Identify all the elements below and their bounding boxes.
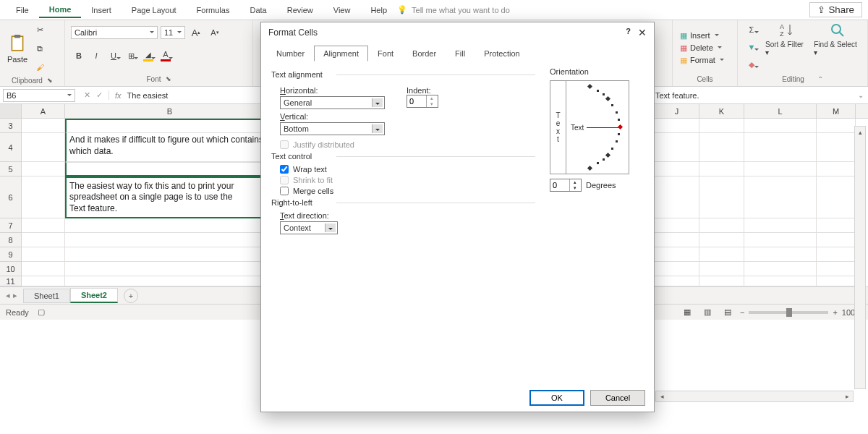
- cell[interactable]: [655, 276, 699, 286]
- tab-review[interactable]: Review: [277, 3, 323, 17]
- paste-button[interactable]: Paste: [6, 30, 29, 67]
- cell[interactable]: [699, 133, 744, 162]
- tab-page-layout[interactable]: Page Layout: [122, 3, 187, 17]
- col-header-m[interactable]: M: [817, 104, 856, 118]
- cell[interactable]: [655, 218, 699, 233]
- font-color-button[interactable]: A: [158, 48, 174, 64]
- cell[interactable]: [65, 119, 275, 133]
- zoom-out-button[interactable]: −: [740, 308, 744, 317]
- underline-button[interactable]: U: [106, 48, 122, 64]
- cell[interactable]: [22, 218, 65, 233]
- vertical-select[interactable]: Bottom: [280, 122, 385, 135]
- col-header-b[interactable]: B: [65, 104, 275, 118]
- tab-help[interactable]: Help: [360, 3, 397, 17]
- cell[interactable]: [22, 162, 65, 176]
- cell[interactable]: [655, 162, 699, 176]
- row-header[interactable]: 6: [0, 176, 22, 218]
- cell[interactable]: [744, 262, 817, 276]
- cut-button[interactable]: ✂: [32, 22, 48, 38]
- sheet-nav-prev[interactable]: ◂: [6, 291, 10, 300]
- increase-font-button[interactable]: A▴: [188, 25, 204, 41]
- cell[interactable]: [699, 162, 744, 176]
- row-header[interactable]: 9: [0, 247, 22, 262]
- col-header-j[interactable]: J: [655, 104, 699, 118]
- cell[interactable]: [817, 119, 856, 133]
- add-sheet-button[interactable]: +: [124, 289, 138, 303]
- horizontal-select[interactable]: General: [280, 96, 385, 109]
- italic-button[interactable]: I: [88, 48, 104, 64]
- tab-file[interactable]: File: [6, 3, 39, 17]
- cell[interactable]: [655, 119, 699, 133]
- find-select-button[interactable]: Find & Select ▾: [814, 22, 861, 56]
- autosum-button[interactable]: Σ: [744, 22, 760, 38]
- cell[interactable]: [22, 262, 65, 276]
- cell[interactable]: [699, 176, 744, 218]
- ribbon-collapse[interactable]: ⌃: [809, 75, 823, 83]
- indent-spinner[interactable]: ▴▾: [407, 95, 438, 108]
- cell[interactable]: [817, 276, 856, 286]
- borders-button[interactable]: ⊞: [123, 48, 139, 64]
- cell[interactable]: [744, 119, 817, 133]
- cell[interactable]: [744, 233, 817, 247]
- cell[interactable]: [744, 247, 817, 262]
- cell[interactable]: [655, 133, 699, 162]
- tab-view[interactable]: View: [323, 3, 361, 17]
- cell[interactable]: [22, 119, 65, 133]
- sort-filter-button[interactable]: AZ Sort & Filter ▾: [765, 22, 808, 56]
- cell[interactable]: [655, 262, 699, 276]
- cell[interactable]: [655, 233, 699, 247]
- cell[interactable]: [817, 262, 856, 276]
- ok-button[interactable]: OK: [529, 390, 584, 406]
- zoom-in-button[interactable]: +: [833, 308, 837, 317]
- formula-expand[interactable]: ⌄: [854, 91, 868, 99]
- close-icon[interactable]: ✕: [638, 27, 647, 38]
- cell[interactable]: [65, 276, 275, 286]
- tab-data[interactable]: Data: [239, 3, 276, 17]
- row-header[interactable]: 7: [0, 218, 22, 233]
- cell[interactable]: [744, 276, 817, 286]
- cell[interactable]: [817, 133, 856, 162]
- cell-b4[interactable]: And it makes if difficult to figure out …: [65, 133, 275, 162]
- clear-button[interactable]: ◆: [744, 56, 760, 72]
- cell[interactable]: [699, 247, 744, 262]
- insert-cells-button[interactable]: ▦Insert: [678, 30, 726, 41]
- cell-b6-selected[interactable]: The easiest way to fix this and to print…: [65, 176, 275, 218]
- dialog-tab-alignment[interactable]: Alignment: [314, 46, 368, 61]
- tab-formulas[interactable]: Formulas: [187, 3, 240, 17]
- delete-cells-button[interactable]: ▦Delete: [678, 43, 726, 54]
- select-all-corner[interactable]: [0, 104, 22, 118]
- clipboard-dialog-launcher[interactable]: ⬊: [47, 77, 53, 85]
- merge-checkbox[interactable]: [280, 187, 289, 195]
- dialog-tab-fill[interactable]: Fill: [446, 46, 475, 61]
- cell[interactable]: [817, 176, 856, 218]
- format-painter-button[interactable]: 🖌: [32, 59, 48, 75]
- col-header-l[interactable]: L: [744, 104, 817, 118]
- cell[interactable]: [817, 218, 856, 233]
- dialog-tab-font[interactable]: Font: [368, 46, 403, 61]
- font-size-select[interactable]: 11: [161, 26, 185, 39]
- cell[interactable]: [22, 176, 65, 218]
- cell[interactable]: [699, 262, 744, 276]
- row-header[interactable]: 4: [0, 133, 22, 162]
- cell[interactable]: [65, 247, 275, 262]
- decrease-font-button[interactable]: A▾: [207, 25, 223, 41]
- cell[interactable]: [699, 233, 744, 247]
- copy-button[interactable]: ⧉: [32, 41, 48, 56]
- tab-home[interactable]: Home: [39, 2, 82, 18]
- horizontal-scrollbar[interactable]: ◂▸: [655, 391, 854, 402]
- cell[interactable]: [817, 247, 856, 262]
- view-normal-icon[interactable]: ▦: [679, 305, 695, 320]
- zoom-slider[interactable]: [749, 311, 828, 314]
- col-header-a[interactable]: A: [22, 104, 65, 118]
- cell[interactable]: [655, 176, 699, 218]
- dialog-tab-border[interactable]: Border: [403, 46, 446, 61]
- sheet-nav-next[interactable]: ▸: [13, 291, 17, 300]
- cell[interactable]: [744, 162, 817, 176]
- name-box[interactable]: B6: [3, 89, 75, 102]
- help-icon[interactable]: ?: [626, 27, 631, 38]
- row-header[interactable]: 5: [0, 162, 22, 176]
- cell[interactable]: [65, 262, 275, 276]
- row-header[interactable]: 11: [0, 276, 22, 286]
- dialog-tab-number[interactable]: Number: [267, 46, 314, 61]
- enter-formula-icon[interactable]: ✓: [96, 90, 103, 100]
